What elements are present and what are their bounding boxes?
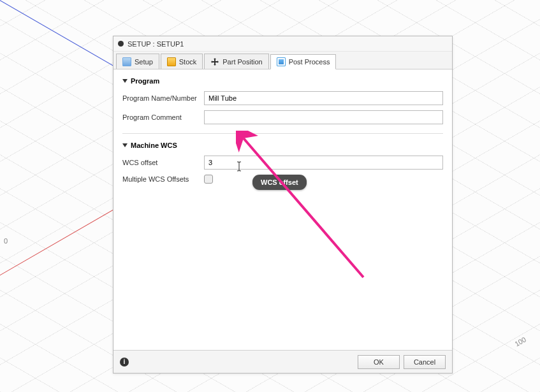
tooltip-wcs-offset: WCS offset: [252, 175, 307, 190]
tab-label: Post Process: [289, 58, 330, 66]
dialog-title: SETUP : SETUP1: [128, 40, 184, 48]
program-comment-label: Program Comment: [122, 113, 204, 121]
program-name-label: Program Name/Number: [122, 94, 204, 102]
multiple-wcs-checkbox[interactable]: [204, 175, 213, 184]
cancel-button[interactable]: Cancel: [404, 355, 446, 369]
program-comment-input[interactable]: [204, 110, 443, 124]
info-icon[interactable]: i: [120, 358, 129, 367]
row-program-name: Program Name/Number: [122, 89, 443, 108]
tab-label: Stock: [179, 58, 197, 66]
tab-bar: Setup Stock Part Position Post Process: [113, 52, 452, 69]
ok-button[interactable]: OK: [358, 355, 400, 369]
dialog-titlebar[interactable]: SETUP : SETUP1: [113, 36, 452, 52]
chevron-down-icon: [122, 79, 128, 83]
stock-icon: [167, 57, 176, 66]
chevron-down-icon: [122, 143, 128, 147]
section-title: Program: [131, 77, 159, 85]
dialog-body: Program Program Name/Number Program Comm…: [113, 69, 452, 350]
tab-stock[interactable]: Stock: [161, 54, 203, 69]
tab-part-position[interactable]: Part Position: [204, 54, 268, 69]
setup-icon: [122, 57, 131, 66]
text-cursor-icon: [235, 161, 243, 171]
tab-setup[interactable]: Setup: [116, 54, 159, 69]
section-title: Machine WCS: [131, 142, 177, 149]
multiple-wcs-label: Multiple WCS Offsets: [122, 175, 204, 183]
dialog-footer: i OK Cancel: [113, 350, 452, 373]
tab-post-process[interactable]: Post Process: [270, 54, 337, 69]
wcs-offset-label: WCS offset: [122, 159, 204, 166]
setup-dialog: SETUP : SETUP1 Setup Stock Part Position…: [113, 36, 453, 374]
program-name-input[interactable]: [204, 91, 443, 105]
section-program: Program Program Name/Number Program Comm…: [122, 69, 443, 134]
row-program-comment: Program Comment: [122, 108, 443, 127]
section-header-machine-wcs[interactable]: Machine WCS: [122, 139, 443, 153]
grid-tick-0: 0: [4, 237, 8, 245]
tab-label: Setup: [135, 58, 153, 66]
collapse-icon[interactable]: [118, 41, 124, 47]
row-wcs-offset: WCS offset: [122, 153, 443, 172]
section-header-program[interactable]: Program: [122, 75, 443, 89]
tab-label: Part Position: [223, 58, 262, 66]
post-process-icon: [277, 57, 286, 66]
move-icon: [210, 57, 219, 66]
